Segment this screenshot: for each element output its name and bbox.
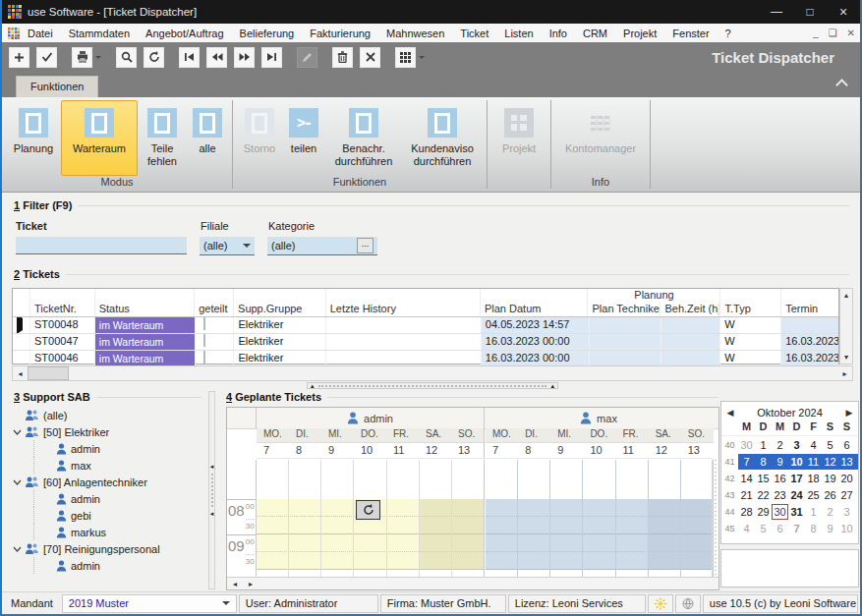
resource-max[interactable]: max [485,408,713,428]
tree-item[interactable]: markus [10,524,204,540]
kategorie-browse-button[interactable]: ... [357,238,374,253]
benachrichtigung-button[interactable]: Benachr. durchführen [325,100,402,176]
calendar-day[interactable]: 4 [738,521,755,536]
last-record-button[interactable] [261,47,282,68]
menu-item[interactable]: Fakturierung [302,28,378,39]
print-button[interactable] [72,47,92,68]
tree-item[interactable]: [50] Elektriker [10,423,204,440]
col-plan-techniker[interactable]: Plan Techniker [588,302,661,316]
chevron-down-icon[interactable] [43,446,54,452]
horizontal-splitter[interactable]: ▴▴ [307,382,558,389]
scroll-left-icon[interactable]: ◂ [13,369,28,378]
menu-item[interactable]: Stammdaten [61,28,138,39]
calendar-day[interactable]: 15 [755,471,772,486]
chevron-down-icon[interactable] [43,563,54,569]
calendar-day[interactable]: 8 [805,521,822,536]
confirm-button[interactable] [36,47,57,68]
menu-item[interactable]: Info [542,28,575,39]
kategorie-field[interactable]: (alle) ... [267,237,377,255]
scroll-right-icon[interactable]: ▸ [243,580,259,588]
calendar-day[interactable]: 20 [838,471,855,486]
chevron-down-icon[interactable] [43,513,54,519]
col-suppgruppe[interactable]: Supp.Gruppe [234,289,326,316]
scheduler-vertical-scrollbar[interactable] [712,460,718,580]
tree-item[interactable]: [60] Anlagentechniker [10,474,204,490]
calendar-day[interactable]: 3 [788,437,805,453]
cell-refresh-button[interactable] [356,500,380,520]
calendar-day[interactable]: 9 [822,521,838,536]
next-month-icon[interactable]: ▶ [840,408,858,418]
collapse-up-icon[interactable]: ▴ [550,383,554,388]
kontomanager-button[interactable]: Kontomanager [555,100,646,176]
next-record-button[interactable] [234,47,255,68]
tree-item[interactable]: admin [10,440,204,457]
calendar-day[interactable]: 7 [788,521,805,536]
chevron-down-icon[interactable] [43,463,54,469]
filiale-dropdown[interactable]: (alle) [200,237,255,255]
close-button[interactable]: × [827,0,860,24]
menu-item[interactable]: ? [718,28,739,39]
max-schedule-grid[interactable] [486,460,714,580]
print-dropdown-icon[interactable] [95,56,101,62]
menu-item[interactable]: CRM [575,28,615,39]
col-geteilt[interactable]: geteilt [195,289,234,316]
vertical-splitter[interactable]: ◂◂ [208,391,215,589]
menu-item[interactable]: Projekt [615,28,664,39]
col-ticketnr[interactable]: TicketNr. [30,289,95,316]
calendar-day[interactable]: 31 [788,504,805,520]
calendar-day[interactable]: 27 [838,487,855,503]
ticket-filter-input[interactable] [16,237,187,254]
teile-fehlen-button[interactable]: Teile fehlen [138,100,187,176]
refresh-button[interactable] [144,47,164,68]
chevron-down-icon[interactable] [12,546,23,552]
scheduler-horizontal-scrollbar[interactable]: ◂ ▸ [227,577,718,589]
tree-item[interactable]: max [10,457,204,474]
edit-button[interactable] [297,47,317,68]
collapse-left-icon[interactable]: ◂ [210,510,214,518]
minimize-button[interactable]: — [760,0,793,24]
calendar-day[interactable]: 10 [788,454,805,470]
calendar-day[interactable]: 28 [738,504,755,520]
geteilt-checkbox[interactable] [203,334,205,347]
chevron-down-icon[interactable] [12,413,23,419]
tree-item[interactable]: [70] Reinigungspersonal [10,540,204,557]
calendar-day[interactable]: 6 [772,521,788,536]
projekt-button[interactable]: Projekt [491,100,546,176]
scrollbar-thumb[interactable] [28,366,69,380]
col-t-typ[interactable]: T.Typ [720,289,781,316]
calendar-day[interactable]: 25 [805,487,822,503]
calendar-day[interactable]: 12 [822,454,838,470]
grid-view-button[interactable] [395,47,416,68]
chevron-down-icon[interactable] [43,530,54,535]
mdi-minimize-icon[interactable]: _ [808,28,824,38]
scroll-up-icon[interactable]: ▴ [844,289,848,302]
calendar-day[interactable]: 9 [772,454,788,470]
storno-button[interactable]: Storno [237,100,282,176]
calendar-day[interactable]: 13 [838,454,855,470]
calendar-day[interactable]: 11 [805,454,822,470]
kundenaviso-button[interactable]: Kundenaviso durchführen [402,100,483,176]
calendar-day[interactable]: 16 [772,471,788,486]
chevron-down-icon[interactable] [12,429,23,435]
calendar-day[interactable]: 19 [822,471,838,486]
alle-button[interactable]: alle [187,100,228,176]
calendar-day[interactable]: 10 [838,521,855,536]
ticket-row[interactable]: ST00048 im Warteraum Elektriker 04.05.20… [13,317,838,334]
calendar-day[interactable]: 7 [738,454,755,470]
calendar-day[interactable]: 1 [805,504,822,520]
calendar-day[interactable]: 6 [838,437,855,453]
calendar-day[interactable]: 21 [738,487,755,503]
scroll-left-icon[interactable]: ◂ [227,580,243,588]
tree-item[interactable]: admin [10,490,204,507]
scroll-right-icon[interactable]: ▸ [837,369,852,378]
geteilt-checkbox[interactable] [203,317,205,330]
scroll-down-icon[interactable]: ▾ [844,351,848,364]
tree-item[interactable]: gebi [10,507,204,524]
chevron-down-icon[interactable] [12,479,23,485]
resource-admin[interactable]: admin [257,408,485,428]
mandant-dropdown[interactable]: 2019 Muster [62,594,237,613]
collapse-left-icon[interactable]: ◂ [210,463,214,471]
calendar-day[interactable]: 26 [822,487,838,503]
calendar-day[interactable]: 17 [788,471,805,486]
max-workhours-block[interactable] [486,499,714,570]
